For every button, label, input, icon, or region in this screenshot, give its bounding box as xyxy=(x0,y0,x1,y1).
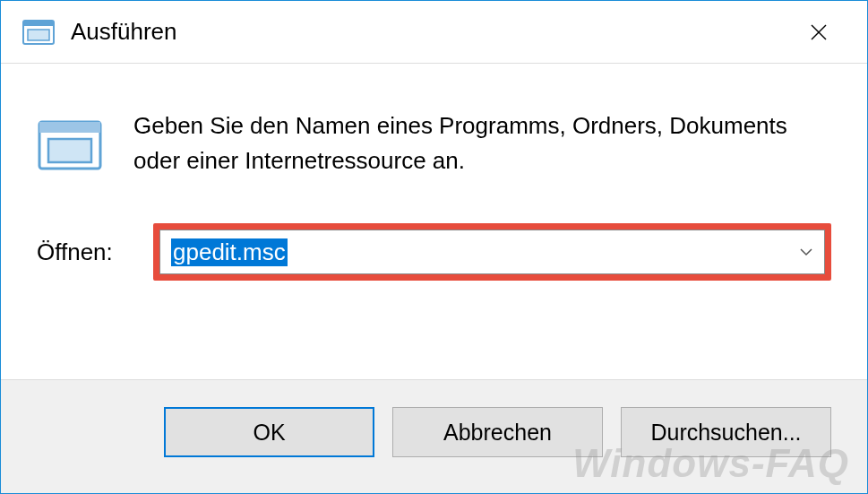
command-input[interactable]: gpedit.msc xyxy=(160,230,788,273)
titlebar: Ausführen xyxy=(1,1,867,64)
info-row: Geben Sie den Namen eines Programms, Ord… xyxy=(37,108,831,178)
browse-button[interactable]: Durchsuchen... xyxy=(621,407,831,457)
command-input-value: gpedit.msc xyxy=(171,238,288,266)
run-icon-large xyxy=(37,112,103,178)
svg-rect-6 xyxy=(39,122,100,133)
dialog-footer: OK Abbrechen Durchsuchen... xyxy=(1,379,867,493)
close-button[interactable] xyxy=(792,5,846,59)
svg-rect-1 xyxy=(23,21,54,26)
chevron-down-icon[interactable] xyxy=(788,230,824,273)
open-row: Öffnen: gpedit.msc xyxy=(37,223,831,281)
open-label: Öffnen: xyxy=(37,238,135,266)
ok-button[interactable]: OK xyxy=(164,407,374,457)
dialog-content: Geben Sie den Namen eines Programms, Ord… xyxy=(1,64,867,299)
description-text: Geben Sie den Namen eines Programms, Ord… xyxy=(133,108,831,178)
run-icon xyxy=(22,16,55,48)
command-combobox[interactable]: gpedit.msc xyxy=(159,230,825,274)
svg-rect-2 xyxy=(28,30,49,40)
cancel-button[interactable]: Abbrechen xyxy=(392,407,603,457)
window-title: Ausführen xyxy=(71,18,792,46)
svg-rect-7 xyxy=(48,139,91,162)
highlight-box: gpedit.msc xyxy=(153,223,831,281)
